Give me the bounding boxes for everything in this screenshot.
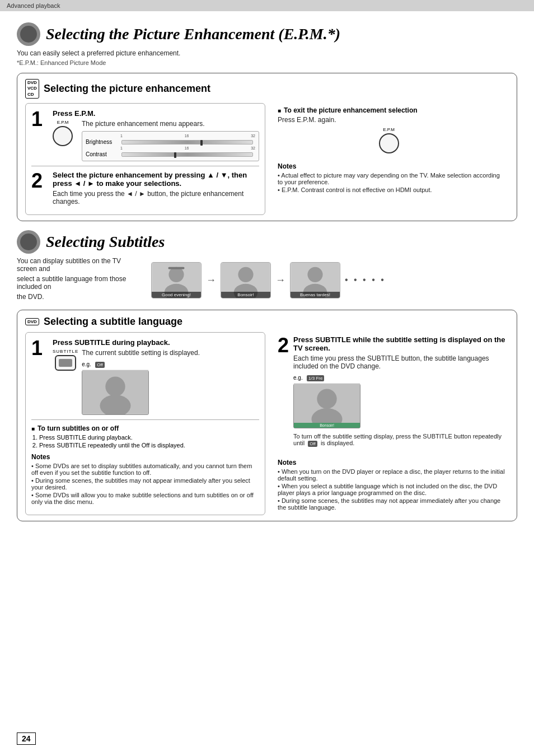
img2-caption: Bonsoir! [221, 292, 270, 298]
off-badge2: Off [308, 441, 317, 447]
sub-step2-eg: e.g. 1/3 Fre B [293, 374, 505, 428]
epm-right-col: To exit the picture enhancement selectio… [274, 103, 509, 215]
sub-eg-label: e.g. [82, 361, 91, 367]
sub-notes-left: Notes • Some DVDs are set to display sub… [31, 453, 259, 505]
sub-screen-preview [82, 370, 200, 415]
bc-tick2b: 16 [185, 146, 189, 150]
brightness-row: Brightness [86, 139, 255, 145]
subtitle-images-row: Good evening! → Bonsoir! → [151, 262, 386, 298]
svg-point-14 [317, 389, 336, 409]
bc-tick3: 32 [251, 134, 255, 138]
svg-point-8 [307, 267, 322, 282]
bc-tick-row: 1 16 32 [86, 134, 255, 138]
contrast-slider[interactable] [121, 152, 253, 157]
epm-step2-num: 2 [31, 171, 47, 191]
subtitles-desc: You can display subtitles on the TV scre… [17, 257, 140, 303]
turn-list: Press SUBTITLE during playback. Press SU… [31, 434, 259, 449]
sub-step2-body: Each time you press the SUBTITLE button,… [293, 354, 505, 370]
epm-step1-description: The picture enhancement menu appears. 1 … [82, 120, 259, 161]
epm-box-section: DVD VCD CD Selecting the picture enhance… [17, 73, 517, 221]
epm-note-1: • E.P.M. Contrast control is not effecti… [278, 186, 505, 193]
epm-main-title: Selecting the Picture Enhancement (E.P.M… [46, 25, 340, 43]
more-dots: • • • • • [345, 275, 386, 285]
epm-section-header: Selecting the Picture Enhancement (E.P.M… [17, 22, 517, 46]
dvd-badge: DVD [25, 318, 39, 325]
sub-note-right-1: • When you select a subtitle language wh… [278, 483, 505, 496]
epm-notes: Notes • Actual effect to picture may var… [278, 162, 505, 193]
bc-tick-row2: 1 16 32 [86, 146, 255, 150]
contrast-row: Contrast [86, 151, 255, 157]
off-badge: Off [95, 362, 105, 368]
bc-tick1b: 1 [120, 146, 123, 150]
bc-tick1: 1 [120, 134, 123, 138]
subtitles-desc-2: select a subtitle language from those in… [17, 275, 140, 291]
epm-two-col: 1 Press E.P.M. E.P.M The picture enhance… [25, 103, 509, 215]
img1-caption: Good evening! [152, 292, 201, 298]
epm-step2-heading: Select the picture enhancement by pressi… [53, 171, 259, 188]
subtitle-two-col: 1 Press SUBTITLE during playback. SUBTIT… [25, 332, 509, 515]
brightness-label: Brightness [86, 139, 119, 145]
sub-notes-right-title: Notes [278, 459, 505, 466]
sub-step1-row: 1 Press SUBTITLE during playback. SUBTIT… [31, 338, 259, 415]
sub-step2-after-text: To turn off the subtitle setting display… [293, 433, 505, 446]
exit-circle-button[interactable] [379, 133, 399, 153]
brightness-slider[interactable] [121, 140, 253, 144]
subtitle-left-col: 1 Press SUBTITLE during playback. SUBTIT… [25, 332, 265, 515]
epm-notes-title: Notes [278, 162, 505, 170]
epm-circle-button[interactable] [53, 126, 73, 146]
sub-step1-heading: Press SUBTITLE during playback. [53, 338, 259, 347]
turn-item-0: Press SUBTITLE during playback. [39, 434, 259, 441]
bc-table: 1 16 32 Brightness [82, 131, 259, 161]
img3-caption: Buenas tardes! [291, 292, 340, 298]
exit-note-body: Press E.P.M. again. [278, 116, 505, 124]
sub-notes-right: Notes • When you turn on the DVD player … [278, 459, 505, 511]
turn-on-off-section: To turn subtitles on or off Press SUBTIT… [31, 419, 259, 449]
sub-note-left-2: • Some DVDs will allow you to make subti… [31, 492, 259, 505]
sub-step2-content: Press SUBTITLE while the subtitle settin… [293, 335, 505, 450]
subtitles-desc-row: You can display subtitles on the TV scre… [17, 257, 517, 303]
svg-point-5 [238, 267, 253, 282]
top-bar: Advanced playback [0, 0, 534, 11]
epm-left-col: 1 Press E.P.M. E.P.M The picture enhance… [25, 103, 265, 215]
subtitle-img-3: Buenas tardes! [290, 262, 340, 298]
turn-item-1: Press SUBTITLE repeatedly until the Off … [39, 442, 259, 449]
exit-note-title: To exit the picture enhancement selectio… [278, 106, 505, 114]
svg-point-11 [106, 377, 125, 396]
subtitle-img-2: Bonsoir! [221, 262, 271, 298]
top-bar-label: Advanced playback [7, 2, 60, 9]
sub-step1-num: 1 [31, 338, 47, 358]
step2-screen-caption: Bonsoir! [294, 423, 360, 428]
sub-notes-left-title: Notes [31, 453, 259, 461]
sub-note-right-0: • When you turn on the DVD player or rep… [278, 468, 505, 482]
sub-step2-num: 2 [278, 335, 289, 356]
subtitles-main-title: Selecting Subtitles [46, 233, 165, 251]
bc-tick2: 16 [185, 134, 189, 138]
subtitle-img-1: Good evening! [151, 262, 202, 298]
dvd-vcd-cd-badge: DVD VCD CD [25, 79, 39, 99]
sub-note-left-0: • Some DVDs are set to display subtitles… [31, 463, 259, 476]
subtitle-screen-box2: Bonsoir! [293, 384, 360, 428]
fre-badge: 1/3 Fre [307, 375, 324, 381]
contrast-label: Contrast [86, 151, 119, 157]
epm-step1-row: 1 Press E.P.M. E.P.M The picture enhance… [31, 109, 259, 161]
page-number: 24 [17, 732, 36, 745]
sub-step1-description: The current subtitle setting is displaye… [82, 349, 200, 415]
epm-icon-circle [17, 22, 40, 46]
epm-step1-num: 1 [31, 109, 47, 129]
subtitle-rect-btn[interactable] [55, 355, 76, 371]
sub-note-left-1: • During some scenes, the subtitles may … [31, 477, 259, 491]
subtitle-screen-box [82, 370, 149, 415]
subtitles-desc-3: the DVD. [17, 293, 140, 301]
epm-note: *E.P.M.: Enhanced Picture Mode [17, 59, 517, 66]
turn-title: To turn subtitles on or off [31, 424, 259, 432]
epm-button-label: E.P.M [57, 120, 69, 125]
epm-subtitle-desc: You can easily select a preferred pictur… [17, 49, 517, 57]
sub-step2-row: 2 Press SUBTITLE while the subtitle sett… [278, 335, 505, 450]
epm-step1-body: The picture enhancement menu appears. [82, 120, 259, 128]
step-separator [31, 166, 259, 166]
sub-step2-eg-label: e.g. [293, 375, 303, 381]
epm-box-title: Selecting the picture enhancement [44, 83, 210, 95]
epm-note-0: • Actual effect to picture may vary depe… [278, 172, 505, 185]
arrow-2: → [275, 274, 285, 286]
sub-step1-content: Press SUBTITLE during playback. SUBTITLE… [53, 338, 259, 415]
